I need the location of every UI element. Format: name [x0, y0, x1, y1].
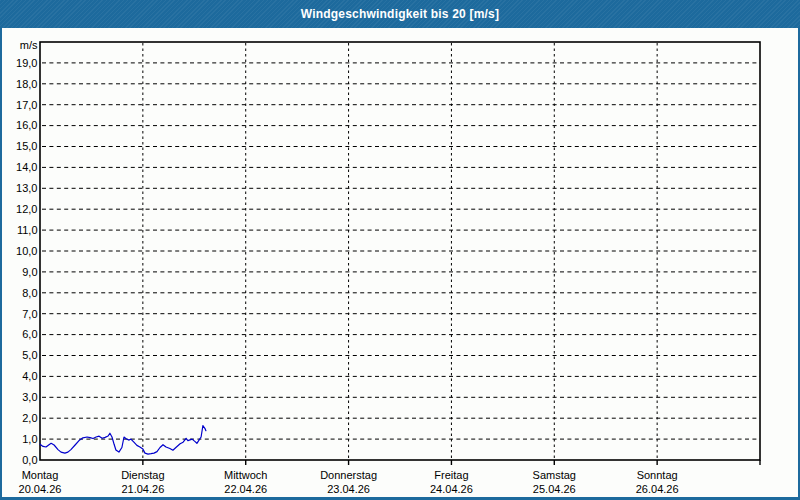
y-axis-tick-label: 4,0: [22, 370, 37, 382]
x-axis-day-label: Sonntag: [637, 469, 678, 481]
y-axis-tick-label: 18,0: [16, 78, 37, 90]
y-axis-tick-label: 0,0: [22, 454, 37, 466]
chart-container: m/s19,018,017,016,015,014,013,012,011,01…: [2, 28, 798, 497]
y-axis-tick-label: 11,0: [17, 224, 38, 236]
y-axis-unit-label: m/s: [20, 39, 38, 51]
x-axis-day-label: Dienstag: [121, 469, 164, 481]
wind-speed-chart: m/s19,018,017,016,015,014,013,012,011,01…: [2, 28, 798, 497]
y-axis-tick-label: 6,0: [22, 328, 37, 340]
y-axis-tick-label: 19,0: [16, 57, 37, 69]
wind-speed-line: [40, 426, 206, 455]
title-bar: Windgeschwindigkeit bis 20 [m/s]: [0, 0, 800, 28]
y-axis-tick-label: 5,0: [22, 349, 37, 361]
x-axis-day-label: Montag: [22, 469, 59, 481]
y-axis-tick-label: 10,0: [16, 245, 37, 257]
x-axis-date-label: 23.04.26: [327, 483, 370, 495]
y-axis-tick-label: 13,0: [16, 182, 37, 194]
x-axis-date-label: 21.04.26: [121, 483, 164, 495]
y-axis-tick-label: 3,0: [22, 391, 37, 403]
y-axis-tick-label: 15,0: [16, 140, 37, 152]
y-axis-tick-label: 16,0: [16, 119, 37, 131]
x-axis-day-label: Mittwoch: [224, 469, 267, 481]
x-axis-day-label: Freitag: [434, 469, 468, 481]
app-window: Windgeschwindigkeit bis 20 [m/s] m/s19,0…: [0, 0, 800, 500]
x-axis-date-label: 26.04.26: [636, 483, 679, 495]
x-axis-date-label: 20.04.26: [19, 483, 62, 495]
y-axis-tick-label: 7,0: [22, 308, 37, 320]
y-axis-tick-label: 1,0: [22, 433, 37, 445]
y-axis-tick-label: 9,0: [22, 266, 37, 278]
y-axis-tick-label: 14,0: [16, 161, 37, 173]
x-axis-date-label: 25.04.26: [533, 483, 576, 495]
y-axis-tick-label: 8,0: [22, 287, 37, 299]
y-axis-tick-label: 12,0: [16, 203, 37, 215]
x-axis-day-label: Donnerstag: [320, 469, 377, 481]
x-axis-date-label: 24.04.26: [430, 483, 473, 495]
window-title: Windgeschwindigkeit bis 20 [m/s]: [301, 7, 499, 21]
y-axis-tick-label: 2,0: [22, 412, 37, 424]
x-axis-date-label: 22.04.26: [224, 483, 267, 495]
x-axis-day-label: Samstag: [533, 469, 576, 481]
y-axis-tick-label: 17,0: [16, 99, 37, 111]
